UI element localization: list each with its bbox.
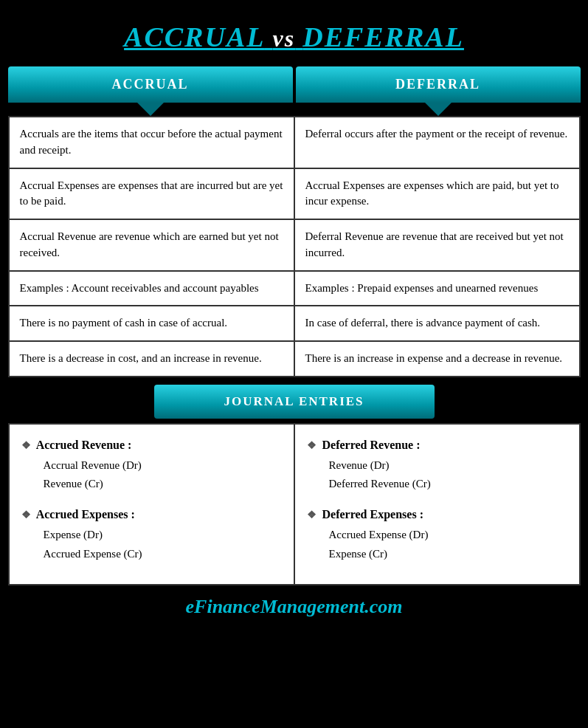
accrual-cell-1: Accruals are the items that occur before… <box>10 117 295 168</box>
deferral-cell-1: Deferral occurs after the payment or the… <box>295 117 579 168</box>
accrual-cell-6: There is a decrease in cost, and an incr… <box>10 342 295 376</box>
deferred-revenue-section: ❖ Deferred Revenue : Revenue (Dr) Deferr… <box>307 435 567 494</box>
deferral-cell-2: Accrual Expenses are expenses which are … <box>295 169 579 219</box>
accrual-cell-4: Examples : Account receivables and accou… <box>10 272 295 306</box>
deferred-expenses-section: ❖ Deferred Expenses : Accrued Expense (D… <box>307 504 567 563</box>
deferral-header: DEFERRAL <box>296 66 581 103</box>
table-row: Accrual Expenses are expenses that are i… <box>10 169 579 221</box>
deferral-cell-6: There is an increase in expense and a de… <box>295 342 579 376</box>
footer-brand: eFinanceManagement.com <box>7 586 582 625</box>
comparison-table: Accruals are the items that occur before… <box>8 116 581 377</box>
deferred-expenses-title: ❖ Deferred Expenses : <box>307 504 567 524</box>
accrual-cell-5: There is no payment of cash in case of a… <box>10 306 295 340</box>
title-vs: vs <box>273 25 303 52</box>
accrued-revenue-line2: Revenue (Cr) <box>21 475 282 494</box>
deferral-arrow <box>425 103 452 116</box>
title-deferral: DEFERRAL <box>302 21 464 52</box>
accrued-expenses-line1: Expense (Dr) <box>21 526 282 545</box>
table-row: Accruals are the items that occur before… <box>10 117 579 169</box>
journal-left-cell: ❖ Accrued Revenue : Accrual Revenue (Dr)… <box>10 425 295 584</box>
accrued-revenue-title: ❖ Accrued Revenue : <box>21 435 282 455</box>
deferred-expenses-line2: Expense (Cr) <box>307 545 567 564</box>
deferred-revenue-line1: Revenue (Dr) <box>307 456 567 475</box>
accrued-revenue-section: ❖ Accrued Revenue : Accrual Revenue (Dr)… <box>21 435 282 494</box>
table-row: There is a decrease in cost, and an incr… <box>10 342 579 376</box>
table-row: Accrual Revenue are revenue which are ea… <box>10 220 579 272</box>
title-section: ACCRUAL vs DEFERRAL <box>7 7 582 62</box>
accrual-cell-3: Accrual Revenue are revenue which are ea… <box>10 220 295 270</box>
deferred-revenue-title: ❖ Deferred Revenue : <box>307 435 567 455</box>
deferral-cell-5: In case of deferral, there is advance pa… <box>295 306 579 340</box>
accrued-expenses-line2: Accrued Expense (Cr) <box>21 545 282 564</box>
title-accrual: ACCRUAL <box>124 21 264 52</box>
journal-entries-header: JOURNAL ENTRIES <box>154 385 435 419</box>
accrued-expenses-section: ❖ Accrued Expenses : Expense (Dr) Accrue… <box>21 504 282 563</box>
deferral-cell-4: Examples : Prepaid expenses and unearned… <box>295 272 579 306</box>
accrued-revenue-line1: Accrual Revenue (Dr) <box>21 456 282 475</box>
deferral-cell-3: Deferral Revenue are revenue that are re… <box>295 220 579 270</box>
header-row: ACCRUAL DEFERRAL <box>8 66 581 103</box>
accrual-cell-2: Accrual Expenses are expenses that are i… <box>10 169 295 219</box>
accrued-expenses-title: ❖ Accrued Expenses : <box>21 504 282 524</box>
accrual-header: ACCRUAL <box>8 66 293 103</box>
deferred-expenses-line1: Accrued Expense (Dr) <box>307 526 567 545</box>
accrual-arrow <box>137 103 164 116</box>
journal-table: ❖ Accrued Revenue : Accrual Revenue (Dr)… <box>8 423 581 586</box>
table-row: There is no payment of cash in case of a… <box>10 306 579 342</box>
main-title: ACCRUAL vs DEFERRAL <box>14 21 575 53</box>
deferred-revenue-line2: Deferred Revenue (Cr) <box>307 475 567 494</box>
table-row: Examples : Account receivables and accou… <box>10 272 579 307</box>
journal-right-cell: ❖ Deferred Revenue : Revenue (Dr) Deferr… <box>295 425 579 584</box>
